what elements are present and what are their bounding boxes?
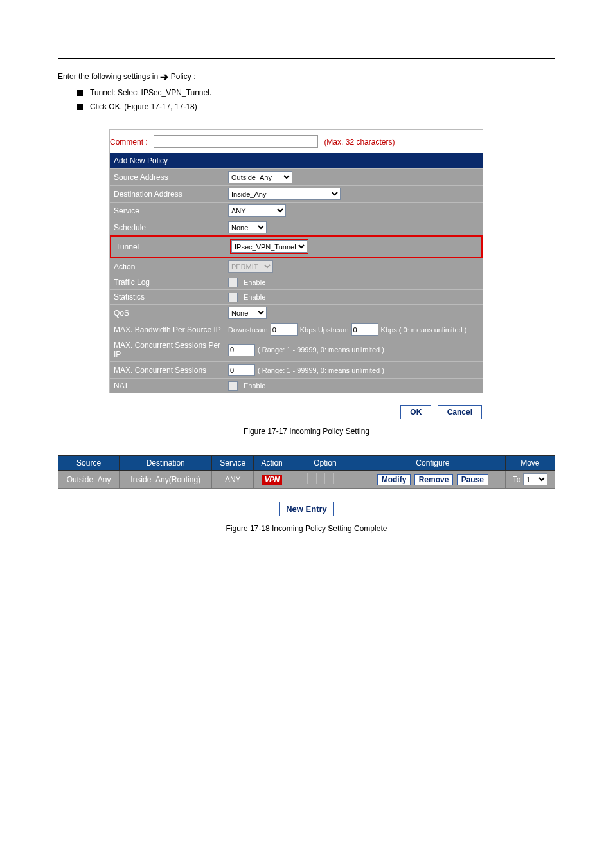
- new-entry-button[interactable]: New Entry: [279, 502, 334, 516]
- stats-label: Statistics: [110, 290, 226, 304]
- dest-label: Destination Address: [110, 187, 226, 201]
- stats-checkbox[interactable]: [228, 293, 238, 302]
- th-dest: Destination: [120, 456, 212, 471]
- figure-17-18-caption: Figure 17-18 Incoming Policy Setting Com…: [58, 524, 555, 533]
- th-option: Option: [290, 456, 360, 471]
- bw-down-input[interactable]: [271, 323, 298, 336]
- cell-move: To 1: [505, 471, 555, 489]
- qos-label: QoS: [110, 306, 226, 320]
- pause-button[interactable]: Pause: [457, 474, 488, 485]
- cell-service: ANY: [212, 471, 254, 489]
- cell-configure: Modify Remove Pause: [360, 471, 505, 489]
- arrow-right-icon: ➔: [160, 71, 168, 83]
- ok-button[interactable]: OK: [400, 405, 431, 419]
- form-header: Add New Policy: [110, 153, 483, 168]
- dest-select[interactable]: Inside_Any: [228, 188, 341, 200]
- cell-dest: Inside_Any(Routing): [120, 471, 212, 489]
- modify-button[interactable]: Modify: [377, 474, 411, 485]
- option-strip: [299, 473, 351, 484]
- nav-to: Policy: [171, 72, 191, 81]
- csip-input[interactable]: [228, 344, 255, 356]
- csip-label: MAX. Concurrent Sessions Per IP: [110, 338, 226, 361]
- th-source: Source: [58, 456, 120, 471]
- th-action: Action: [254, 456, 290, 471]
- cell-source: Outside_Any: [58, 471, 120, 489]
- source-select[interactable]: Outside_Any: [228, 171, 292, 183]
- nat-checkbox[interactable]: [228, 381, 238, 391]
- cell-option: [290, 471, 360, 489]
- policy-form: Comment : (Max. 32 characters) Add New P…: [109, 129, 483, 393]
- th-configure: Configure: [360, 456, 505, 471]
- traffic-label: Traffic Log: [110, 275, 226, 289]
- th-move: Move: [505, 456, 555, 471]
- cs-input[interactable]: [228, 364, 255, 376]
- remove-button[interactable]: Remove: [414, 474, 454, 485]
- service-select[interactable]: ANY: [228, 204, 286, 217]
- action-label: Action: [110, 260, 226, 274]
- move-select[interactable]: 1: [523, 473, 547, 485]
- colon: :: [193, 72, 195, 81]
- cell-action: VPN: [254, 471, 290, 489]
- step-prefix: Enter the following settings in: [58, 72, 160, 81]
- schedule-label: Schedule: [110, 221, 226, 235]
- comment-input[interactable]: [154, 135, 318, 148]
- tunnel-select[interactable]: IPsec_VPN_Tunnel: [231, 240, 307, 253]
- tunnel-label: Tunnel: [112, 240, 227, 254]
- vpn-icon: VPN: [262, 475, 282, 485]
- bullet-ok: Click OK. (Figure 17-17, 17-18): [77, 102, 555, 111]
- th-service: Service: [212, 456, 254, 471]
- service-label: Service: [110, 204, 226, 218]
- comment-label: Comment :: [110, 138, 148, 147]
- cancel-button[interactable]: Cancel: [438, 405, 482, 419]
- traffic-checkbox[interactable]: [228, 278, 238, 287]
- qos-select[interactable]: None: [228, 307, 267, 319]
- bw-label: MAX. Bandwidth Per Source IP: [110, 323, 226, 337]
- bw-up-input[interactable]: [351, 323, 378, 336]
- source-label: Source Address: [110, 170, 226, 185]
- table-row: Outside_Any Inside_Any(Routing) ANY VPN …: [58, 471, 555, 489]
- policy-table: Source Destination Service Action Option…: [58, 455, 555, 489]
- bullet-tunnel: Tunnel: Select IPSec_VPN_Tunnel.: [77, 88, 555, 97]
- action-select[interactable]: PERMIT: [228, 260, 273, 273]
- figure-17-17-caption: Figure 17-17 Incoming Policy Setting: [58, 427, 555, 436]
- nat-label: NAT: [110, 379, 226, 393]
- schedule-select[interactable]: None: [228, 221, 267, 233]
- comment-hint: (Max. 32 characters): [324, 138, 395, 147]
- cs-label: MAX. Concurrent Sessions: [110, 363, 226, 377]
